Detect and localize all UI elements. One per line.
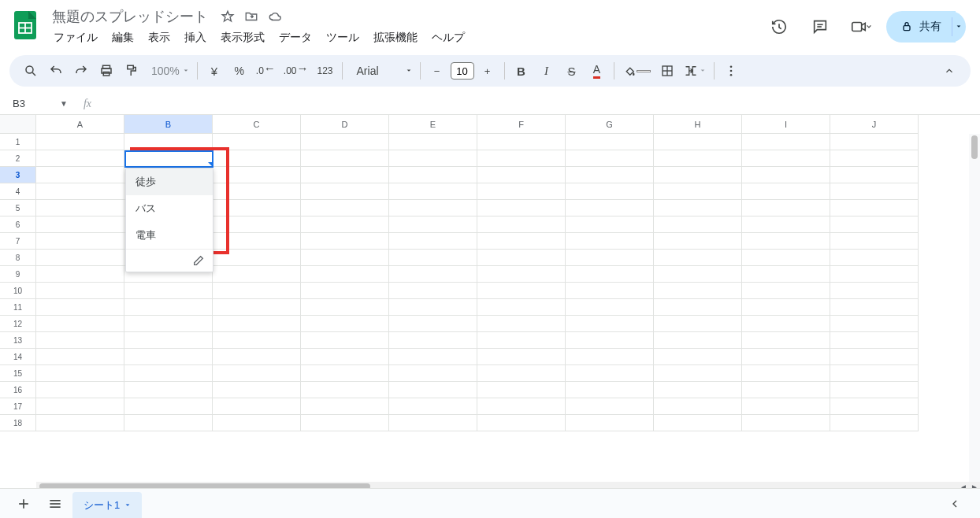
cell-J3[interactable] (830, 167, 919, 183)
italic-button[interactable]: I (535, 59, 559, 83)
cell-C6[interactable] (213, 216, 301, 233)
cell-J4[interactable] (830, 183, 919, 200)
cell-J1[interactable] (830, 134, 919, 150)
search-icon[interactable] (19, 59, 43, 83)
cell-F18[interactable] (477, 415, 566, 431)
row-header-5[interactable]: 5 (0, 200, 36, 216)
cell-C3[interactable] (213, 167, 301, 183)
cell-I18[interactable] (742, 415, 830, 431)
cell-C4[interactable] (213, 183, 301, 200)
cell-A6[interactable] (36, 216, 124, 233)
cell-H5[interactable] (654, 200, 742, 216)
cell-F9[interactable] (477, 266, 566, 283)
increase-font-size[interactable]: + (476, 59, 499, 83)
cell-D8[interactable] (301, 250, 389, 266)
cell-E16[interactable] (389, 382, 477, 398)
dropdown-caret-icon[interactable] (208, 162, 213, 167)
cell-D13[interactable] (301, 332, 389, 349)
row-header-3[interactable]: 3 (0, 167, 36, 183)
cell-G15[interactable] (566, 365, 654, 382)
name-box[interactable]: B3 ▼ (0, 98, 74, 109)
all-sheets-button[interactable] (41, 492, 69, 516)
cell-G9[interactable] (566, 266, 654, 283)
cell-E18[interactable] (389, 415, 477, 431)
menu-tools[interactable]: ツール (320, 28, 366, 48)
cell-E11[interactable] (389, 299, 477, 316)
cell-B18[interactable] (124, 415, 213, 431)
cell-D15[interactable] (301, 365, 389, 382)
column-header-F[interactable]: F (477, 115, 566, 134)
cell-H4[interactable] (654, 183, 742, 200)
cell-G2[interactable] (566, 150, 654, 167)
cell-J6[interactable] (830, 216, 919, 233)
cell-H18[interactable] (654, 415, 742, 431)
cell-A16[interactable] (36, 382, 124, 398)
cell-A17[interactable] (36, 398, 124, 415)
cell-B12[interactable] (124, 316, 213, 332)
row-header-4[interactable]: 4 (0, 183, 36, 200)
cell-J17[interactable] (830, 398, 919, 415)
cell-G6[interactable] (566, 216, 654, 233)
cell-A3[interactable] (36, 167, 124, 183)
cell-D10[interactable] (301, 283, 389, 299)
cell-F11[interactable] (477, 299, 566, 316)
cell-G11[interactable] (566, 299, 654, 316)
column-header-C[interactable]: C (213, 115, 301, 134)
cell-D12[interactable] (301, 316, 389, 332)
star-icon[interactable] (219, 8, 236, 25)
row-header-10[interactable]: 10 (0, 283, 36, 299)
cell-I13[interactable] (742, 332, 830, 349)
row-header-17[interactable]: 17 (0, 398, 36, 415)
cell-E13[interactable] (389, 332, 477, 349)
cell-J11[interactable] (830, 299, 919, 316)
cell-F15[interactable] (477, 365, 566, 382)
cell-E15[interactable] (389, 365, 477, 382)
cell-H6[interactable] (654, 216, 742, 233)
cell-G5[interactable] (566, 200, 654, 216)
cell-A11[interactable] (36, 299, 124, 316)
cell-E5[interactable] (389, 200, 477, 216)
column-header-H[interactable]: H (654, 115, 742, 134)
merge-cells-button[interactable] (681, 59, 709, 83)
row-header-9[interactable]: 9 (0, 266, 36, 283)
bold-button[interactable]: B (510, 59, 533, 83)
cell-C15[interactable] (213, 365, 301, 382)
row-header-18[interactable]: 18 (0, 415, 36, 431)
cell-F5[interactable] (477, 200, 566, 216)
cell-A10[interactable] (36, 283, 124, 299)
cell-G7[interactable] (566, 233, 654, 250)
menu-insert[interactable]: 挿入 (178, 28, 213, 48)
cell-D7[interactable] (301, 233, 389, 250)
cell-J8[interactable] (830, 250, 919, 266)
cell-C13[interactable] (213, 332, 301, 349)
cell-I16[interactable] (742, 382, 830, 398)
dropdown-option[interactable]: 電車 (126, 222, 213, 249)
cell-J13[interactable] (830, 332, 919, 349)
cell-C1[interactable] (213, 134, 301, 150)
cell-F16[interactable] (477, 382, 566, 398)
column-header-D[interactable]: D (301, 115, 389, 134)
active-cell[interactable] (124, 150, 213, 168)
cell-D6[interactable] (301, 216, 389, 233)
cell-D3[interactable] (301, 167, 389, 183)
cell-G10[interactable] (566, 283, 654, 299)
cell-E12[interactable] (389, 316, 477, 332)
cell-I9[interactable] (742, 266, 830, 283)
cell-G4[interactable] (566, 183, 654, 200)
cell-J18[interactable] (830, 415, 919, 431)
cell-F1[interactable] (477, 134, 566, 150)
cell-G16[interactable] (566, 382, 654, 398)
cell-H13[interactable] (654, 332, 742, 349)
cell-I10[interactable] (742, 283, 830, 299)
cell-A9[interactable] (36, 266, 124, 283)
font-select[interactable]: Arial (347, 59, 415, 83)
sheet-tab-1[interactable]: シート1 (72, 492, 142, 519)
cell-I2[interactable] (742, 150, 830, 167)
cell-I17[interactable] (742, 398, 830, 415)
cell-D11[interactable] (301, 299, 389, 316)
cell-I6[interactable] (742, 216, 830, 233)
cell-A8[interactable] (36, 250, 124, 266)
cell-B15[interactable] (124, 365, 213, 382)
cell-E10[interactable] (389, 283, 477, 299)
row-header-14[interactable]: 14 (0, 349, 36, 365)
